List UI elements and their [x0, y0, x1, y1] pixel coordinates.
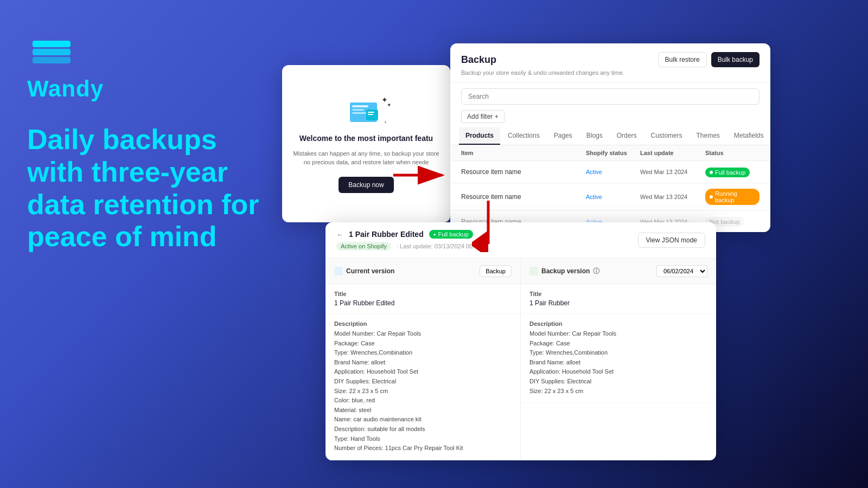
- brand-name: Wandy: [27, 76, 104, 102]
- current-version-icon: [334, 267, 343, 275]
- tab-metafields[interactable]: Metafields: [727, 127, 770, 145]
- tab-pages[interactable]: Pages: [547, 127, 579, 145]
- version-dropdown[interactable]: 06/02/2024: [656, 265, 707, 277]
- backup-panel-subtitle: Backup your store easily & undo unwanted…: [461, 69, 760, 76]
- headline-text: Daily backups with three-year data reten…: [27, 124, 277, 253]
- welcome-title: Welcome to the most important featu: [299, 133, 433, 143]
- last-update: Wed Mar 13 2024: [640, 169, 705, 175]
- badge-dot-icon: ●: [433, 232, 436, 237]
- full-backup-badge: ● Full backup: [429, 230, 473, 239]
- logo-container: Wandy: [27, 33, 277, 102]
- current-version-header: Current version Backup: [326, 259, 520, 284]
- view-json-button[interactable]: View JSON mode: [638, 233, 705, 248]
- current-title-label: Title: [334, 291, 512, 297]
- svg-rect-0: [33, 57, 71, 63]
- current-version-col: Current version Backup Title 1 Pair Rubb…: [326, 259, 521, 460]
- item-name: Resource item name: [461, 168, 586, 176]
- status-badge-running: Running backup: [705, 189, 760, 205]
- left-panel: Wandy Daily backups with three-year data…: [0, 0, 304, 488]
- badge-dot: [710, 171, 713, 174]
- backup-title-value: 1 Pair Rubber: [529, 299, 707, 307]
- svg-rect-9: [368, 114, 373, 115]
- current-description-field: Description Model Number: Car Repair Too…: [326, 314, 520, 460]
- current-description-value: Model Number: Car Repair Tools Package: …: [334, 329, 512, 453]
- backup-description-value: Model Number: Car Repair Tools Package: …: [529, 329, 707, 396]
- bulk-restore-button[interactable]: Bulk restore: [658, 52, 707, 67]
- detail-body: Current version Backup Title 1 Pair Rubb…: [326, 259, 716, 460]
- svg-rect-4: [352, 105, 368, 107]
- svg-rect-2: [33, 41, 71, 47]
- svg-rect-6: [352, 112, 366, 114]
- svg-rect-1: [33, 49, 71, 55]
- backup-panel-buttons: Bulk restore Bulk backup: [658, 52, 760, 67]
- detail-badges: Active on Shopify · Last update: 03/13/2…: [336, 242, 481, 251]
- backup-title-field: Title 1 Pair Rubber: [521, 284, 716, 314]
- tab-customers[interactable]: Customers: [644, 127, 688, 145]
- last-update: Wed Mar 13 2024: [640, 194, 705, 200]
- backup-title-label: Title: [529, 291, 707, 297]
- backup-description-field: Description Model Number: Car Repair Too…: [521, 314, 716, 403]
- backup-version-icon: [529, 267, 538, 275]
- tab-blogs[interactable]: Blogs: [580, 127, 609, 145]
- shopify-status: Active: [586, 194, 640, 200]
- detail-title-row: ← 1 Pair Rubber Edited ● Full backup: [336, 230, 481, 239]
- col-status: Status: [705, 150, 760, 156]
- last-update-detail: · Last update: 03/13/2024 00:00: [397, 243, 481, 249]
- backup-version-header: Backup version ⓘ 06/02/2024: [521, 259, 716, 284]
- active-shopify-badge: Active on Shopify: [336, 242, 391, 251]
- backup-version-title: Backup version ⓘ: [529, 267, 599, 276]
- filter-row: Add filter +: [450, 110, 770, 127]
- welcome-card: ✦ ✦ + Welcome to the most important feat…: [282, 65, 450, 222]
- current-title-field: Title 1 Pair Rubber Edited: [326, 284, 520, 314]
- status-badge-full: Full backup: [705, 168, 750, 177]
- backup-now-button[interactable]: Backup now: [339, 177, 393, 193]
- svg-rect-5: [352, 109, 364, 111]
- current-title-value: 1 Pair Rubber Edited: [334, 299, 512, 307]
- backup-panel: Backup Bulk restore Bulk backup Backup y…: [450, 43, 770, 232]
- detail-panel: ← 1 Pair Rubber Edited ● Full backup Act…: [326, 222, 716, 460]
- current-version-title: Current version: [334, 267, 394, 275]
- svg-rect-8: [368, 112, 374, 113]
- backup-version-label: Backup version: [541, 267, 590, 275]
- table-row[interactable]: Resource item name Active Wed Mar 13 202…: [450, 161, 770, 183]
- backup-version-selector: 06/02/2024: [656, 265, 707, 277]
- welcome-subtitle: Mistakes can happen at any time, so back…: [293, 149, 439, 167]
- table-header: Item Shopify status Last update Status: [450, 145, 770, 161]
- col-last-update: Last update: [640, 150, 705, 156]
- tab-collections[interactable]: Collections: [501, 127, 546, 145]
- shopify-status: Active: [586, 169, 640, 175]
- detail-header-left: ← 1 Pair Rubber Edited ● Full backup Act…: [336, 230, 481, 251]
- backup-button-small[interactable]: Backup: [480, 265, 512, 277]
- col-item: Item: [461, 150, 586, 156]
- add-filter-button[interactable]: Add filter +: [461, 110, 505, 123]
- detail-header: ← 1 Pair Rubber Edited ● Full backup Act…: [326, 222, 716, 259]
- backup-panel-title: Backup: [461, 54, 496, 66]
- tab-orders[interactable]: Orders: [610, 127, 643, 145]
- item-name: Resource item name: [461, 193, 586, 201]
- screenshot-area: ✦ ✦ + Welcome to the most important feat…: [282, 43, 770, 412]
- col-shopify-status: Shopify status: [586, 150, 640, 156]
- table-row[interactable]: Resource item name Active Wed Mar 13 202…: [450, 183, 770, 211]
- backup-panel-header: Backup Bulk restore Bulk backup Backup y…: [450, 43, 770, 83]
- tabs-row: Products Collections Pages Blogs Orders …: [450, 127, 770, 145]
- current-version-label: Current version: [346, 267, 394, 275]
- current-description-label: Description: [334, 320, 512, 327]
- detail-title: 1 Pair Rubber Edited: [349, 230, 424, 239]
- tab-themes[interactable]: Themes: [690, 127, 726, 145]
- logo-icon: [27, 33, 76, 70]
- tab-products[interactable]: Products: [459, 127, 500, 145]
- bulk-backup-button[interactable]: Bulk backup: [711, 52, 760, 67]
- search-input[interactable]: [461, 88, 760, 105]
- badge-dot: [710, 195, 713, 198]
- back-link[interactable]: ←: [336, 230, 343, 239]
- backup-version-info: ⓘ: [593, 267, 599, 276]
- backup-description-label: Description: [529, 320, 707, 327]
- backup-version-col: Backup version ⓘ 06/02/2024 Title 1 Pair…: [521, 259, 716, 460]
